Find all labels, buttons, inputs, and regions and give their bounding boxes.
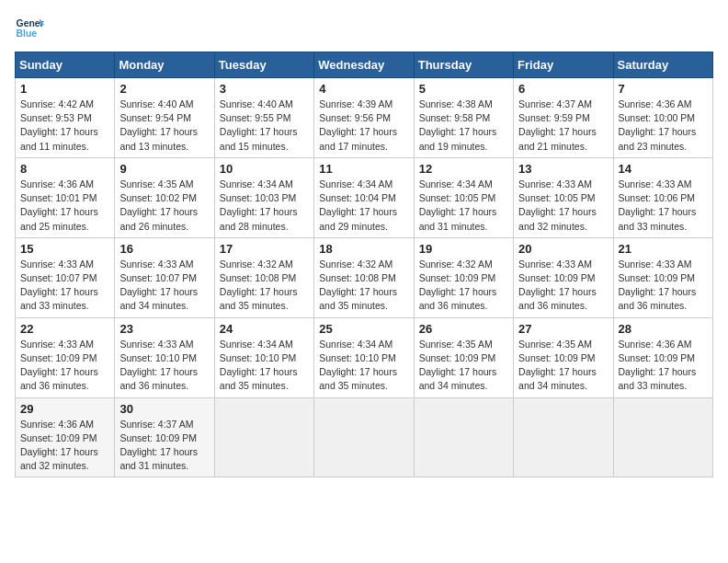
calendar-week-4: 22 Sunrise: 4:33 AMSunset: 10:09 PMDayli… bbox=[16, 317, 713, 397]
calendar-day-4: 4 Sunrise: 4:39 AMSunset: 9:56 PMDayligh… bbox=[314, 78, 414, 158]
day-number: 16 bbox=[119, 242, 209, 256]
calendar-day-30: 30 Sunrise: 4:37 AMSunset: 10:09 PMDayli… bbox=[115, 397, 214, 477]
weekday-header-tuesday: Tuesday bbox=[214, 52, 313, 78]
day-number: 19 bbox=[419, 242, 508, 256]
calendar-day-23: 23 Sunrise: 4:33 AMSunset: 10:10 PMDayli… bbox=[115, 317, 214, 397]
day-number: 24 bbox=[220, 322, 309, 336]
weekday-header-monday: Monday bbox=[115, 52, 214, 78]
day-detail: Sunrise: 4:39 AMSunset: 9:56 PMDaylight:… bbox=[319, 98, 397, 152]
calendar-week-2: 8 Sunrise: 4:36 AMSunset: 10:01 PMDaylig… bbox=[16, 157, 713, 237]
calendar-day-27: 27 Sunrise: 4:35 AMSunset: 10:09 PMDayli… bbox=[514, 317, 613, 397]
day-number: 17 bbox=[220, 242, 309, 256]
day-detail: Sunrise: 4:38 AMSunset: 9:58 PMDaylight:… bbox=[419, 98, 497, 152]
day-detail: Sunrise: 4:33 AMSunset: 10:09 PMDaylight… bbox=[20, 339, 98, 392]
day-number: 1 bbox=[20, 82, 109, 96]
day-detail: Sunrise: 4:32 AMSunset: 10:09 PMDaylight… bbox=[419, 259, 497, 312]
day-detail: Sunrise: 4:36 AMSunset: 10:01 PMDaylight… bbox=[20, 178, 98, 232]
day-detail: Sunrise: 4:34 AMSunset: 10:03 PMDaylight… bbox=[220, 178, 298, 232]
weekday-header-thursday: Thursday bbox=[414, 52, 513, 78]
weekday-header-sunday: Sunday bbox=[16, 52, 115, 78]
calendar-day-24: 24 Sunrise: 4:34 AMSunset: 10:10 PMDayli… bbox=[214, 317, 313, 397]
calendar-day-12: 12 Sunrise: 4:34 AMSunset: 10:05 PMDayli… bbox=[414, 157, 513, 237]
empty-cell bbox=[414, 397, 513, 477]
day-number: 20 bbox=[518, 242, 608, 256]
calendar-day-28: 28 Sunrise: 4:36 AMSunset: 10:09 PMDayli… bbox=[613, 317, 712, 397]
day-number: 15 bbox=[20, 242, 109, 256]
day-detail: Sunrise: 4:33 AMSunset: 10:10 PMDaylight… bbox=[119, 339, 198, 392]
day-number: 14 bbox=[619, 162, 708, 176]
day-detail: Sunrise: 4:32 AMSunset: 10:08 PMDaylight… bbox=[319, 259, 397, 312]
calendar-day-5: 5 Sunrise: 4:38 AMSunset: 9:58 PMDayligh… bbox=[414, 78, 513, 158]
day-number: 13 bbox=[518, 162, 608, 176]
day-detail: Sunrise: 4:40 AMSunset: 9:55 PMDaylight:… bbox=[220, 98, 298, 152]
day-detail: Sunrise: 4:32 AMSunset: 10:08 PMDaylight… bbox=[220, 259, 298, 312]
calendar-day-22: 22 Sunrise: 4:33 AMSunset: 10:09 PMDayli… bbox=[16, 317, 115, 397]
day-detail: Sunrise: 4:42 AMSunset: 9:53 PMDaylight:… bbox=[20, 98, 98, 152]
calendar-day-3: 3 Sunrise: 4:40 AMSunset: 9:55 PMDayligh… bbox=[214, 78, 313, 158]
day-number: 6 bbox=[518, 82, 608, 96]
day-detail: Sunrise: 4:37 AMSunset: 10:09 PMDaylight… bbox=[119, 419, 198, 472]
weekday-header-wednesday: Wednesday bbox=[314, 52, 414, 78]
calendar-day-18: 18 Sunrise: 4:32 AMSunset: 10:08 PMDayli… bbox=[314, 237, 414, 317]
calendar-day-6: 6 Sunrise: 4:37 AMSunset: 9:59 PMDayligh… bbox=[514, 78, 613, 158]
day-detail: Sunrise: 4:34 AMSunset: 10:04 PMDaylight… bbox=[319, 178, 397, 232]
day-detail: Sunrise: 4:33 AMSunset: 10:07 PMDaylight… bbox=[20, 259, 98, 312]
calendar-day-16: 16 Sunrise: 4:33 AMSunset: 10:07 PMDayli… bbox=[115, 237, 214, 317]
calendar-day-1: 1 Sunrise: 4:42 AMSunset: 9:53 PMDayligh… bbox=[16, 78, 115, 158]
logo: General Blue bbox=[15, 15, 44, 40]
calendar-day-11: 11 Sunrise: 4:34 AMSunset: 10:04 PMDayli… bbox=[314, 157, 414, 237]
calendar-day-21: 21 Sunrise: 4:33 AMSunset: 10:09 PMDayli… bbox=[613, 237, 712, 317]
day-number: 10 bbox=[220, 162, 309, 176]
day-number: 27 bbox=[518, 322, 608, 336]
day-number: 7 bbox=[619, 82, 708, 96]
day-detail: Sunrise: 4:34 AMSunset: 10:10 PMDaylight… bbox=[220, 339, 298, 392]
page-header: General Blue bbox=[15, 15, 713, 40]
empty-cell bbox=[214, 397, 313, 477]
calendar-day-25: 25 Sunrise: 4:34 AMSunset: 10:10 PMDayli… bbox=[314, 317, 414, 397]
day-number: 28 bbox=[619, 322, 708, 336]
day-number: 4 bbox=[319, 82, 408, 96]
day-detail: Sunrise: 4:34 AMSunset: 10:10 PMDaylight… bbox=[319, 339, 397, 392]
day-detail: Sunrise: 4:33 AMSunset: 10:09 PMDaylight… bbox=[518, 259, 597, 312]
day-detail: Sunrise: 4:33 AMSunset: 10:06 PMDaylight… bbox=[619, 178, 697, 232]
day-detail: Sunrise: 4:36 AMSunset: 10:00 PMDaylight… bbox=[619, 98, 697, 152]
calendar-day-8: 8 Sunrise: 4:36 AMSunset: 10:01 PMDaylig… bbox=[16, 157, 115, 237]
day-number: 5 bbox=[419, 82, 508, 96]
calendar-day-2: 2 Sunrise: 4:40 AMSunset: 9:54 PMDayligh… bbox=[115, 78, 214, 158]
calendar-day-7: 7 Sunrise: 4:36 AMSunset: 10:00 PMDaylig… bbox=[613, 78, 712, 158]
day-number: 11 bbox=[319, 162, 408, 176]
empty-cell bbox=[514, 397, 613, 477]
weekday-header-friday: Friday bbox=[514, 52, 613, 78]
day-detail: Sunrise: 4:33 AMSunset: 10:07 PMDaylight… bbox=[119, 259, 198, 312]
day-number: 30 bbox=[119, 402, 209, 416]
day-detail: Sunrise: 4:36 AMSunset: 10:09 PMDaylight… bbox=[20, 419, 98, 472]
day-number: 3 bbox=[220, 82, 309, 96]
day-number: 9 bbox=[119, 162, 209, 176]
calendar-day-26: 26 Sunrise: 4:35 AMSunset: 10:09 PMDayli… bbox=[414, 317, 513, 397]
calendar-week-5: 29 Sunrise: 4:36 AMSunset: 10:09 PMDayli… bbox=[16, 397, 713, 477]
day-detail: Sunrise: 4:34 AMSunset: 10:05 PMDaylight… bbox=[419, 178, 497, 232]
calendar-table: SundayMondayTuesdayWednesdayThursdayFrid… bbox=[15, 52, 713, 477]
day-number: 2 bbox=[119, 82, 209, 96]
day-detail: Sunrise: 4:33 AMSunset: 10:09 PMDaylight… bbox=[619, 259, 697, 312]
day-detail: Sunrise: 4:35 AMSunset: 10:02 PMDaylight… bbox=[119, 178, 198, 232]
day-detail: Sunrise: 4:37 AMSunset: 9:59 PMDaylight:… bbox=[518, 98, 597, 152]
calendar-day-20: 20 Sunrise: 4:33 AMSunset: 10:09 PMDayli… bbox=[514, 237, 613, 317]
day-detail: Sunrise: 4:40 AMSunset: 9:54 PMDaylight:… bbox=[119, 98, 198, 152]
calendar-day-13: 13 Sunrise: 4:33 AMSunset: 10:05 PMDayli… bbox=[514, 157, 613, 237]
day-number: 22 bbox=[20, 322, 109, 336]
day-number: 25 bbox=[319, 322, 408, 336]
calendar-day-15: 15 Sunrise: 4:33 AMSunset: 10:07 PMDayli… bbox=[16, 237, 115, 317]
day-number: 12 bbox=[419, 162, 508, 176]
calendar-week-1: 1 Sunrise: 4:42 AMSunset: 9:53 PMDayligh… bbox=[16, 78, 713, 158]
calendar-day-17: 17 Sunrise: 4:32 AMSunset: 10:08 PMDayli… bbox=[214, 237, 313, 317]
calendar-day-29: 29 Sunrise: 4:36 AMSunset: 10:09 PMDayli… bbox=[16, 397, 115, 477]
day-number: 23 bbox=[119, 322, 209, 336]
day-detail: Sunrise: 4:35 AMSunset: 10:09 PMDaylight… bbox=[419, 339, 497, 392]
day-detail: Sunrise: 4:35 AMSunset: 10:09 PMDaylight… bbox=[518, 339, 597, 392]
day-number: 8 bbox=[20, 162, 109, 176]
weekday-header-saturday: Saturday bbox=[613, 52, 712, 78]
svg-text:Blue: Blue bbox=[17, 29, 38, 39]
calendar-day-10: 10 Sunrise: 4:34 AMSunset: 10:03 PMDayli… bbox=[214, 157, 313, 237]
day-number: 21 bbox=[619, 242, 708, 256]
